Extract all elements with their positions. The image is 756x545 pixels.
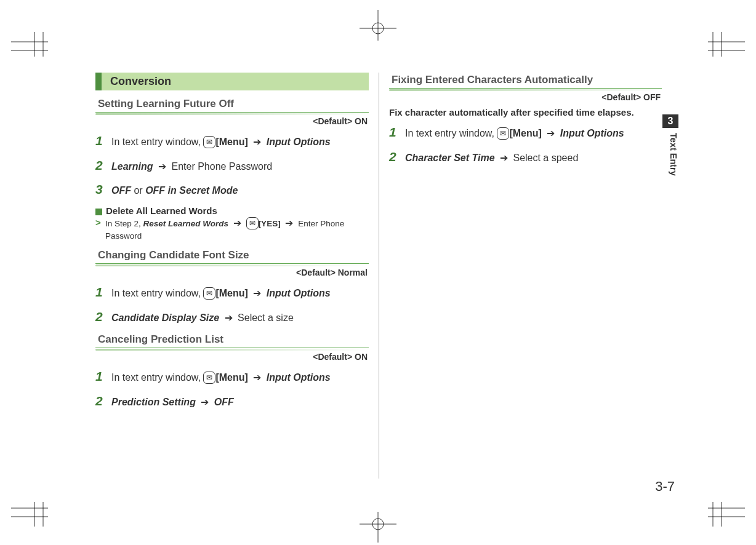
step-number: 2: [389, 147, 405, 167]
step-text: Prediction Setting ➔ OFF: [111, 395, 369, 410]
step-number: 2: [95, 307, 111, 327]
arrow-icon: ➔: [253, 137, 261, 147]
note-body: In Step 2, Reset Learned Words ➔ ✉[YES] …: [105, 216, 369, 242]
crop-mark-bottom-right: [702, 502, 745, 527]
step-row: 2 Candidate Display Size ➔ Select a size: [95, 307, 369, 327]
step-text: Candidate Display Size ➔ Select a size: [111, 311, 369, 325]
subsection-canceling-prediction: Canceling Prediction List: [95, 332, 369, 348]
step-number: 1: [95, 131, 111, 151]
step-row: 2 Character Set Time ➔ Select a speed: [389, 147, 662, 167]
chapter-tab: 3 Text Entry: [662, 114, 678, 176]
step-text: In text entry window, ✉[Menu] ➔ Input Op…: [111, 370, 369, 385]
step-row: 1 In text entry window, ✉[Menu] ➔ Input …: [95, 282, 369, 302]
arrow-icon: ➔: [233, 218, 241, 228]
default-value: <Default> OFF: [389, 92, 661, 102]
note-heading: Delete All Learned Words: [95, 205, 369, 216]
step-row: 1 In text entry window, ✉[Menu] ➔ Input …: [389, 122, 662, 142]
subsection-fixing-characters: Fixing Entered Characters Automatically: [389, 73, 662, 89]
default-value: <Default> Normal: [95, 268, 368, 277]
arrow-icon: ➔: [158, 161, 166, 172]
left-column: Conversion Setting Learning Future Off <…: [95, 73, 379, 479]
step-number: 3: [95, 180, 111, 199]
page-content: Conversion Setting Learning Future Off <…: [95, 73, 674, 479]
registration-mark-bottom: [360, 512, 396, 543]
arrow-icon: ➔: [253, 372, 261, 383]
step-text: OFF or OFF in Secret Mode: [111, 183, 369, 198]
mail-key-icon: ✉: [203, 136, 215, 148]
step-number: 2: [95, 391, 111, 411]
intro-text: Fix character automatically after specif…: [389, 107, 662, 117]
arrow-icon: ➔: [500, 153, 508, 163]
mail-key-icon: ✉: [203, 287, 215, 300]
arrow-icon: ➔: [547, 128, 555, 138]
arrow-icon: ➔: [201, 397, 209, 407]
chapter-number: 3: [662, 114, 678, 128]
arrow-icon: ➔: [253, 288, 261, 298]
crop-mark-top-right: [702, 32, 745, 57]
mail-key-icon: ✉: [246, 217, 259, 229]
step-number: 1: [95, 367, 111, 386]
crop-mark-bottom-left: [11, 502, 54, 527]
step-text: Learning ➔ Enter Phone Password: [111, 159, 369, 174]
step-text: In text entry window, ✉[Menu] ➔ Input Op…: [111, 135, 369, 149]
mail-key-icon: ✉: [497, 127, 509, 140]
step-number: 1: [95, 282, 111, 302]
note-title: Delete All Learned Words: [106, 205, 217, 216]
section-heading-conversion: Conversion: [95, 73, 369, 90]
step-text: In text entry window, ✉[Menu] ➔ Input Op…: [405, 126, 662, 141]
step-row: 1 In text entry window, ✉[Menu] ➔ Input …: [95, 367, 369, 386]
step-text: Character Set Time ➔ Select a speed: [405, 151, 662, 165]
step-row: 2 Learning ➔ Enter Phone Password: [95, 156, 369, 175]
step-text: In text entry window, ✉[Menu] ➔ Input Op…: [111, 286, 369, 301]
step-row: 3 OFF or OFF in Secret Mode: [95, 180, 369, 199]
default-value: <Default> ON: [95, 352, 368, 362]
square-bullet-icon: [95, 209, 102, 215]
default-value: <Default> ON: [95, 116, 368, 126]
step-row: 1 In text entry window, ✉[Menu] ➔ Input …: [95, 131, 369, 151]
chevron-icon: >: [95, 216, 103, 242]
page-number: 3-7: [655, 479, 675, 495]
step-number: 1: [389, 122, 405, 142]
subsection-candidate-font-size: Changing Candidate Font Size: [95, 248, 369, 264]
step-row: 2 Prediction Setting ➔ OFF: [95, 391, 369, 411]
registration-mark-top: [360, 10, 396, 41]
right-column: Fixing Entered Characters Automatically …: [379, 73, 662, 479]
chapter-label: Text Entry: [662, 133, 678, 176]
arrow-icon: ➔: [285, 218, 293, 228]
crop-mark-top-left: [11, 32, 54, 57]
section-title: Conversion: [102, 73, 369, 90]
note-line: > In Step 2, Reset Learned Words ➔ ✉[YES…: [95, 216, 369, 242]
step-number: 2: [95, 156, 111, 175]
subsection-learning-off: Setting Learning Future Off: [95, 97, 369, 113]
mail-key-icon: ✉: [203, 372, 215, 384]
arrow-icon: ➔: [225, 312, 233, 323]
